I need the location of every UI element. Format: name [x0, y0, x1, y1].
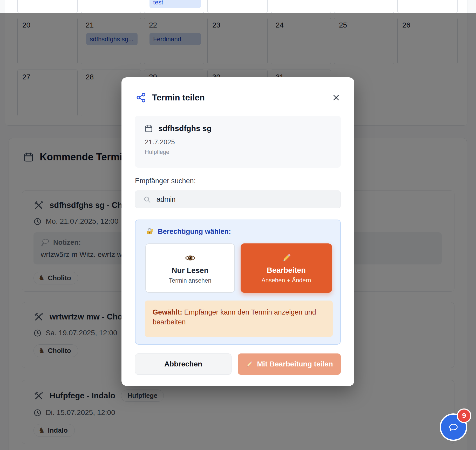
permission-heading: Berechtigung wählen: — [145, 227, 231, 236]
edit-title: Bearbeiten — [267, 266, 306, 275]
calendar-cell[interactable]: test — [144, 0, 204, 13]
permission-chosen-note: Gewählt: Empfänger kann den Termin anzei… — [145, 301, 333, 337]
pencil-icon — [281, 252, 292, 264]
event-category: Hufpflege — [145, 149, 331, 155]
calendar-cell[interactable] — [397, 0, 458, 13]
permission-option-read-only[interactable]: Nur Lesen Termin ansehen — [145, 243, 235, 293]
cancel-button[interactable]: Abbrechen — [135, 353, 232, 375]
recipient-search-label: Empfänger suchen: — [135, 177, 196, 185]
search-icon — [143, 196, 151, 203]
calendar-event-pill[interactable]: test — [149, 0, 201, 8]
permission-section: Berechtigung wählen: Nur Lesen Termin an… — [135, 220, 341, 345]
calendar-cell[interactable] — [271, 0, 331, 13]
share-with-edit-button[interactable]: Mit Bearbeitung teilen — [238, 353, 341, 375]
pencil-icon — [246, 360, 253, 368]
calendar-icon — [144, 124, 153, 133]
app-screen: test2021sdfhsdfghs sg...22Ferdinand23242… — [0, 0, 476, 450]
calendar-cell[interactable] — [81, 0, 141, 13]
recipient-search — [135, 190, 341, 208]
read-only-title: Nur Lesen — [172, 266, 209, 275]
read-only-subtitle: Termin ansehen — [169, 277, 212, 284]
calendar-cell[interactable] — [334, 0, 394, 13]
event-summary-head: sdfhsdfghs sg — [144, 124, 331, 133]
close-icon[interactable] — [331, 92, 341, 103]
modal-buttons: Abbrechen Mit Bearbeitung teilen — [135, 353, 341, 375]
eye-icon — [184, 252, 196, 264]
permission-option-edit[interactable]: Bearbeiten Ansehen + Ändern — [241, 243, 332, 293]
chosen-note-prefix: Gewählt: — [153, 308, 182, 316]
event-summary: sdfhsdfghs sg 21.7.2025 Hufpflege — [135, 116, 341, 168]
event-date: 21.7.2025 — [145, 138, 331, 146]
share-icon — [136, 92, 146, 103]
permission-heading-text: Berechtigung wählen: — [158, 228, 231, 236]
lock-icon — [145, 227, 154, 236]
speech-bubble-icon — [447, 421, 460, 434]
share-with-edit-label: Mit Bearbeitung teilen — [257, 360, 333, 368]
share-modal: Termin teilen sdfhsdfghs sg 21.7.2025 Hu… — [121, 77, 354, 386]
calendar-cell[interactable] — [17, 0, 78, 13]
event-name: sdfhsdfghs sg — [158, 124, 212, 133]
edit-subtitle: Ansehen + Ändern — [261, 277, 311, 284]
recipient-search-input[interactable] — [135, 190, 341, 208]
modal-header: Termin teilen — [136, 92, 341, 103]
calendar-cell[interactable] — [207, 0, 268, 13]
chat-unread-badge: 9 — [457, 408, 471, 423]
modal-title: Termin teilen — [152, 93, 205, 103]
